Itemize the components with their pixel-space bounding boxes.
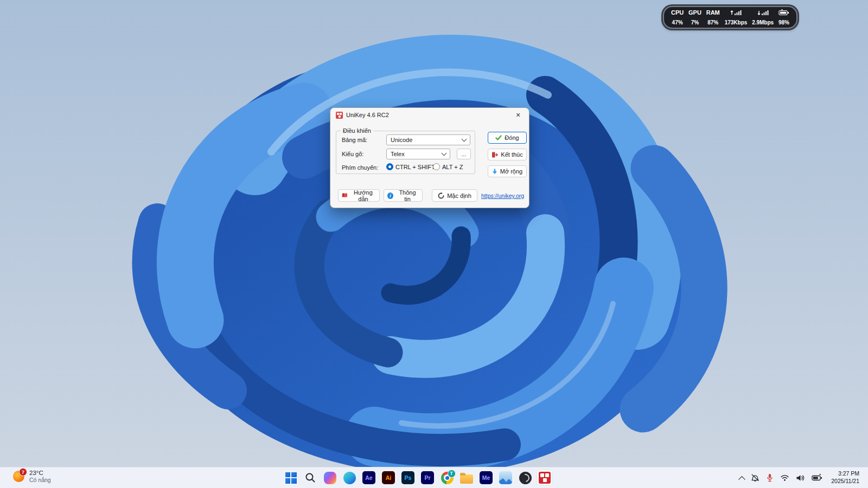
tray-date: 2025/11/21	[831, 478, 859, 485]
photoshop-button[interactable]: Ps	[400, 470, 416, 486]
copilot-icon	[324, 472, 336, 484]
dong-button[interactable]: Đóng	[488, 132, 527, 144]
search-icon	[305, 472, 316, 483]
battery-charging-icon[interactable]	[812, 474, 822, 481]
dieu-khien-group: Điều khiển Bảng mã: Unicode Kiểu gõ: Tel…	[336, 131, 475, 174]
start-button[interactable]	[283, 470, 299, 486]
microphone-icon[interactable]	[766, 473, 774, 482]
copilot-button[interactable]	[322, 470, 338, 486]
chrome-button[interactable]: T	[439, 470, 455, 486]
battery-percent: 2.9Mbps	[752, 20, 774, 25]
tray-time: 3:27 PM	[831, 470, 859, 478]
illustrator-button[interactable]: Ai	[380, 470, 397, 486]
thong-tin-label: Thông tin	[396, 189, 419, 202]
kieu-go-select[interactable]: Telex	[386, 149, 450, 159]
kieu-go-value: Telex	[391, 151, 405, 157]
mo-rong-button[interactable]: Mở rộng	[488, 165, 527, 177]
volume-icon[interactable]	[796, 474, 805, 482]
bang-ma-select[interactable]: Unicode	[386, 134, 470, 145]
gpu-value: 7%	[691, 20, 699, 25]
system-tray: 3:27 PM 2025/11/21	[739, 467, 859, 488]
gpu-metric: GPU 7%	[688, 9, 701, 25]
search-button[interactable]	[302, 470, 318, 486]
kieu-go-label: Kiểu gõ:	[342, 151, 363, 157]
reset-refresh-icon	[438, 192, 444, 199]
sun-icon: 7	[13, 471, 24, 482]
upload-value: 173Kbps	[725, 20, 748, 25]
radio-alt-z[interactable]: ALT + Z	[433, 163, 463, 170]
edge-icon	[343, 472, 356, 484]
premiere-icon: Pr	[421, 471, 434, 484]
chrome-icon: T	[441, 472, 454, 484]
bang-ma-value: Unicode	[391, 137, 412, 143]
download-bars-icon	[757, 9, 769, 16]
radio-dot-checked[interactable]	[386, 163, 393, 170]
radio-dot-unchecked[interactable]	[433, 163, 440, 170]
huong-dan-button[interactable]: Hướng dẫn	[338, 189, 380, 202]
media-encoder-button[interactable]: Me	[478, 470, 494, 486]
chevron-down-icon	[462, 137, 467, 142]
gpu-label: GPU	[688, 9, 701, 16]
taskbar: 7 23°C Có nắng Ae Ai	[0, 467, 868, 488]
hidden-icons-chevron[interactable]	[738, 476, 745, 483]
check-icon	[495, 135, 502, 140]
unikey-app-icon	[336, 112, 343, 119]
premiere-button[interactable]: Pr	[419, 470, 436, 486]
exit-door-icon	[492, 152, 498, 158]
battery-value: 98%	[778, 20, 789, 25]
bang-ma-label: Bảng mã:	[342, 137, 367, 143]
battery-icon	[778, 9, 789, 16]
ket-thuc-label: Kết thúc	[501, 151, 522, 158]
wifi-icon[interactable]	[780, 474, 789, 481]
ket-thuc-button[interactable]: Kết thúc	[488, 149, 527, 160]
thong-tin-button[interactable]: i Thông tin	[384, 189, 423, 202]
info-icon: i	[387, 192, 393, 199]
radio-ctrl-shift[interactable]: CTRL + SHIFT	[386, 163, 435, 170]
edge-button[interactable]	[341, 470, 358, 486]
upload-metric: 173Kbps	[725, 9, 748, 25]
cpu-metric: CPU 47%	[671, 9, 684, 25]
folder-icon	[460, 474, 473, 484]
taskbar-app-icons: Ae Ai Ps Pr T Me	[283, 470, 553, 486]
cpu-value: 47%	[672, 20, 683, 25]
more-options-button[interactable]: ...	[457, 149, 471, 159]
group-title: Điều khiển	[341, 127, 373, 134]
battery-metric: 98%	[778, 9, 789, 25]
ram-label: RAM	[706, 9, 720, 16]
obs-button[interactable]	[517, 470, 533, 486]
weather-badge: 7	[19, 468, 27, 476]
huong-dan-label: Hướng dẫn	[350, 189, 376, 202]
weather-widget[interactable]: 7 23°C Có nắng	[13, 470, 51, 483]
phim-chuyen-label: Phím chuyển:	[342, 164, 378, 171]
obs-icon	[519, 472, 532, 484]
mo-rong-label: Mở rộng	[500, 168, 522, 175]
unikey-taskbar-button[interactable]	[537, 470, 553, 486]
clock[interactable]: 3:27 PM 2025/11/21	[831, 470, 859, 485]
unikey-window: UniKey 4.6 RC2 × Điều khiển Bảng mã: Uni…	[330, 107, 529, 208]
weather-temperature: 23°C	[29, 470, 51, 477]
chevron-down-icon	[442, 151, 447, 156]
photos-icon	[499, 471, 512, 484]
dong-label: Đóng	[505, 134, 519, 141]
cpu-label: CPU	[671, 9, 684, 16]
unikey-org-link[interactable]: https://unikey.org	[481, 192, 524, 199]
notifications-off-icon[interactable]	[751, 473, 760, 482]
upload-bars-icon	[730, 9, 742, 16]
ram-value: 87%	[707, 20, 718, 25]
wallpaper-bloom	[0, 0, 868, 488]
desktop: CPU 47% GPU 7% RAM 87% 173Kbps 2.9Mb	[0, 0, 868, 488]
radio-alt-z-label: ALT + Z	[442, 164, 463, 170]
ram-metric: RAM 87%	[706, 9, 720, 25]
window-title: UniKey 4.6 RC2	[346, 112, 389, 118]
mac-dinh-label: Mặc định	[447, 192, 471, 199]
photos-button[interactable]	[497, 470, 514, 486]
close-button[interactable]: ×	[511, 110, 525, 120]
chrome-profile-badge: T	[448, 470, 456, 478]
photoshop-icon: Ps	[401, 471, 414, 484]
download-metric: 2.9Mbps	[752, 9, 774, 25]
mac-dinh-button[interactable]: Mặc định	[432, 189, 477, 202]
windows-logo-icon	[285, 472, 297, 484]
titlebar[interactable]: UniKey 4.6 RC2 ×	[330, 108, 529, 122]
after-effects-button[interactable]: Ae	[361, 470, 377, 486]
file-explorer-button[interactable]	[458, 470, 475, 486]
